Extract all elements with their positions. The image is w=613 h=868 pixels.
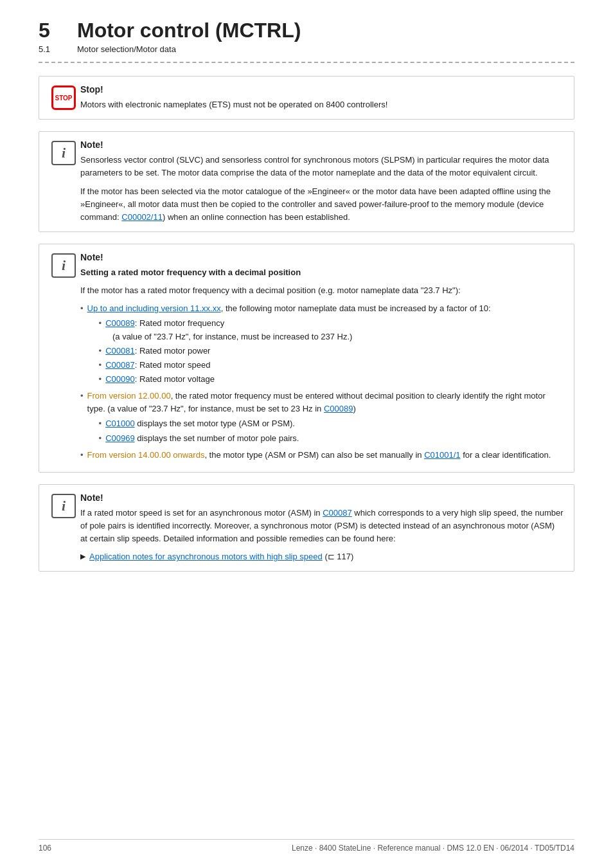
note1-icon-area: i (47, 140, 80, 165)
note2-icon-area: i (47, 252, 80, 278)
note1-box: i Note! Sensorless vector control (SLVC)… (39, 131, 574, 232)
subbullet1-0: C00089: Rated motor frequency (a value o… (99, 317, 491, 343)
c01001-1-link[interactable]: C01001/1 (424, 450, 460, 460)
stop-notice-heading: Stop! (80, 84, 564, 95)
subchapter-header: 5.1 Motor selection/Motor data (39, 44, 574, 54)
note2-heading: Note! (80, 252, 564, 262)
note2-main-list: Up to and including version 11.xx.xx, th… (80, 302, 564, 462)
note1-para2-suffix: ) when an online connection has been est… (163, 212, 350, 222)
subbullet1-0-suffix: : Rated motor frequency (a value of "23.… (105, 318, 352, 341)
subbullet2-0: C01000 displays the set motor type (ASM … (99, 417, 564, 430)
note1-para1: Sensorless vector control (SLVC) and sen… (80, 154, 564, 179)
subbullet1-1: C00081: Rated motor power (99, 345, 491, 357)
note3-heading: Note! (80, 493, 564, 503)
bullet1-item: Up to and including version 11.xx.xx, th… (80, 302, 564, 388)
subbullet2-1: C00969 displays the set number of motor … (99, 432, 564, 445)
note2-sub-heading: Setting a rated motor frequency with a d… (80, 266, 564, 279)
subbullet1-2: C00087: Rated motor speed (99, 359, 491, 372)
page: 5 Motor control (MCTRL) 5.1 Motor select… (0, 0, 613, 868)
bullet2-text: From version 12.00.00, the rated motor f… (87, 390, 564, 447)
version-12-text: From version 12.00.00 (87, 391, 171, 401)
page-footer: 106 Lenze · 8400 StateLine · Reference m… (39, 839, 574, 853)
bullet2-end: ) (353, 404, 355, 413)
bullet1-text: Up to and including version 11.xx.xx, th… (87, 302, 491, 388)
app-notes-link[interactable]: Application notes for asynchronous motor… (89, 552, 323, 561)
bullet3-end: for a clear identification. (461, 450, 551, 460)
chapter-number: 5 (39, 19, 77, 42)
subchapter-title: Motor selection/Motor data (77, 44, 176, 54)
stop-icon-text: STOP (55, 95, 72, 102)
bullet3-suffix: , the motor type (ASM or PSM) can also b… (204, 450, 424, 460)
subbullet1-3: C00090: Rated motor voltage (99, 373, 491, 386)
c00087-link-2[interactable]: C00087 (323, 508, 352, 518)
stop-notice-body: Motors with electronic nameplates (ETS) … (80, 98, 564, 111)
c00002-11-link[interactable]: C00002/11 (121, 212, 163, 222)
note3-body: If a rated motor speed is set for an asy… (80, 507, 564, 564)
chapter-header: 5 Motor control (MCTRL) (39, 19, 574, 42)
version-14-text: From version 14.00.00 onwards (87, 450, 205, 460)
page-number: 106 (39, 844, 51, 853)
chapter-title: Motor control (MCTRL) (77, 19, 301, 42)
c01000-link[interactable]: C01000 (105, 419, 135, 428)
subbullet1-0-text: C00089: Rated motor frequency (a value o… (105, 317, 352, 343)
c00089-link-2[interactable]: C00089 (324, 404, 353, 413)
stop-notice-box: STOP Stop! Motors with electronic namepl… (39, 76, 574, 120)
note1-body: Sensorless vector control (SLVC) and sen… (80, 154, 564, 224)
note2-body: Setting a rated motor frequency with a d… (80, 266, 564, 462)
info-icon-1: i (51, 141, 76, 165)
bullet3-item: From version 14.00.00 onwards, the motor… (80, 449, 564, 462)
note3-box: i Note! If a rated motor speed is set fo… (39, 484, 574, 572)
arrow-icon: ▶ (80, 551, 85, 562)
app-notes-link-text: Application notes for asynchronous motor… (89, 550, 353, 563)
c00969-link[interactable]: C00969 (105, 433, 135, 443)
subchapter-number: 5.1 (39, 44, 77, 54)
info-icon-3: i (51, 494, 76, 518)
note2-box: i Note! Setting a rated motor frequency … (39, 244, 574, 473)
app-notes-link-suffix: (⊏ 117) (323, 552, 354, 561)
doc-info: Lenze · 8400 StateLine · Reference manua… (292, 844, 574, 853)
stop-notice-para: Motors with electronic nameplates (ETS) … (80, 98, 564, 111)
stop-icon-area: STOP (47, 84, 80, 110)
info-icon-text-2: i (62, 257, 66, 274)
app-notes-link-row: ▶ Application notes for asynchronous mot… (80, 550, 564, 563)
c00087-link-1[interactable]: C00087 (105, 360, 135, 370)
note1-para2: If the motor has been selected via the m… (80, 185, 564, 224)
bullet1-suffix: , the following motor nameplate data mus… (221, 303, 491, 313)
stop-notice-content: Stop! Motors with electronic nameplates … (80, 84, 564, 111)
info-icon-text-1: i (62, 145, 66, 161)
note2-content: Note! Setting a rated motor frequency wi… (80, 252, 564, 464)
note3-para1-prefix: If a rated motor speed is set for an asy… (80, 508, 323, 518)
info-icon-2: i (51, 253, 76, 278)
c00081-link[interactable]: C00081 (105, 346, 135, 356)
c00089-link-1[interactable]: C00089 (105, 318, 135, 328)
subbullet1-list: C00089: Rated motor frequency (a value o… (99, 317, 491, 386)
version-11-link[interactable]: Up to and including version 11.xx.xx (87, 303, 221, 313)
stop-icon: STOP (51, 86, 76, 110)
c00090-link[interactable]: C00090 (105, 374, 135, 384)
info-icon-text-3: i (62, 498, 66, 514)
note3-para1: If a rated motor speed is set for an asy… (80, 507, 564, 545)
note3-content: Note! If a rated motor speed is set for … (80, 493, 564, 564)
note1-content: Note! Sensorless vector control (SLVC) a… (80, 140, 564, 224)
note3-icon-area: i (47, 493, 80, 518)
subbullet2-list: C01000 displays the set motor type (ASM … (99, 417, 564, 444)
note1-heading: Note! (80, 140, 564, 150)
bullet3-text: From version 14.00.00 onwards, the motor… (87, 449, 551, 462)
note2-intro: If the motor has a rated motor frequency… (80, 284, 564, 297)
section-divider (39, 62, 574, 63)
bullet2-item: From version 12.00.00, the rated motor f… (80, 390, 564, 447)
